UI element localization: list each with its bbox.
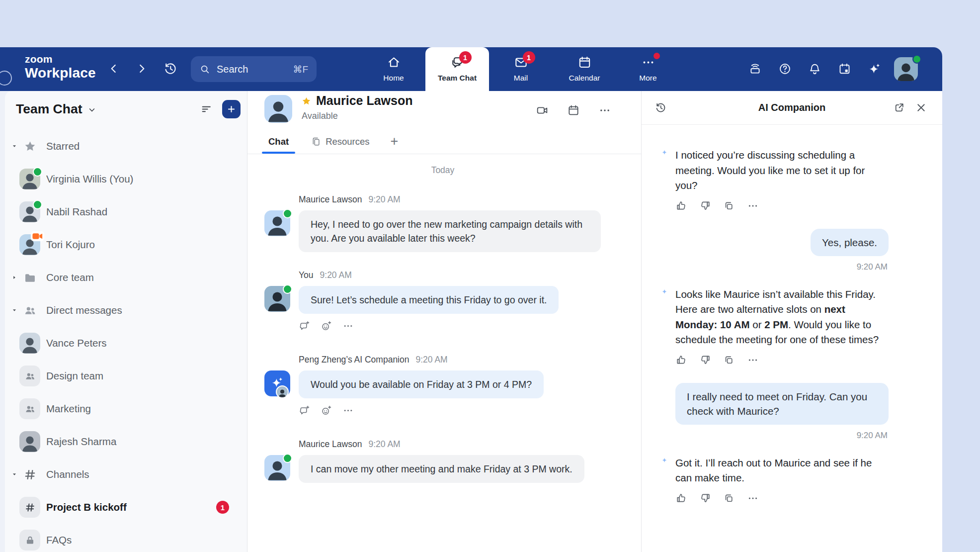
- message-time: 9:20 AM: [415, 355, 447, 365]
- ai-message: I noticed you’re discussing scheduling a…: [642, 148, 942, 193]
- star-icon: [23, 140, 37, 153]
- add-tab-button[interactable]: +: [391, 135, 399, 148]
- sidebar-item-vance-peters[interactable]: Vance Peters: [5, 327, 247, 360]
- notifications-icon[interactable]: [808, 62, 821, 76]
- copy-icon: [723, 492, 735, 504]
- sidebar-item-starred[interactable]: Starred: [5, 130, 247, 163]
- filter-icon[interactable]: [200, 103, 213, 115]
- hash-icon: [19, 464, 40, 485]
- tab-chat[interactable]: Chat: [266, 129, 291, 154]
- more-icon[interactable]: [747, 354, 759, 366]
- chat-message: You9:20 AM Sure! Let’s schedule a meetin…: [264, 270, 621, 332]
- caret-down-icon[interactable]: [11, 307, 18, 314]
- people-icon: [24, 403, 36, 415]
- unread-badge: 1: [523, 51, 535, 64]
- caret-down-icon[interactable]: [11, 143, 18, 150]
- forward-icon[interactable]: [135, 62, 148, 75]
- more-icon[interactable]: [342, 320, 354, 332]
- star-icon[interactable]: [301, 96, 312, 106]
- ai-sparkle-icon[interactable]: [868, 62, 881, 76]
- thumbs-up-icon[interactable]: [675, 200, 687, 212]
- comment-icon[interactable]: [299, 405, 310, 416]
- more-icon[interactable]: [747, 492, 759, 504]
- emoji-icon[interactable]: [321, 320, 332, 332]
- logo-line-2: Workplace: [25, 66, 96, 80]
- search-icon: [199, 64, 210, 75]
- sidebar-item-direct-messages[interactable]: Direct messages: [5, 294, 247, 327]
- ai-message-text: I noticed you’re discussing scheduling a…: [675, 148, 889, 193]
- more-icon[interactable]: [598, 104, 611, 117]
- copy-icon[interactable]: [723, 492, 735, 504]
- chat-message: Maurice Lawson9:20 AM Hey, I need to go …: [264, 194, 621, 252]
- ai-user-message: Yes, please.: [642, 229, 942, 256]
- thumbs-down-icon[interactable]: [699, 354, 711, 366]
- avatar: [19, 201, 40, 222]
- emoji-icon: [321, 405, 332, 416]
- nav-tab-label: More: [639, 74, 656, 83]
- more-icon: [342, 405, 354, 416]
- tab-label: Resources: [326, 136, 369, 147]
- chat-message: Maurice Lawson9:20 AM I can move my othe…: [264, 439, 621, 483]
- calendar-icon[interactable]: [567, 104, 580, 117]
- sidebar-item-faqs[interactable]: FAQs: [5, 524, 247, 552]
- sidebar-item-label: Nabil Rashad: [46, 206, 107, 218]
- thumbs-down-icon: [699, 200, 711, 212]
- search-placeholder: Search: [217, 64, 293, 75]
- left-gap: [0, 91, 5, 552]
- presence-online-indicator: [283, 454, 292, 463]
- message-time: 9:20 AM: [642, 431, 942, 441]
- ai-companion-avatar: [264, 370, 290, 396]
- notifications-icon: [808, 62, 821, 76]
- sidebar-item-core-team[interactable]: Core team: [5, 261, 247, 294]
- nav-tab-calendar[interactable]: Calendar: [553, 47, 616, 91]
- schedule-icon[interactable]: [838, 62, 851, 76]
- sidebar-item-tori-kojuro[interactable]: Tori Kojuro: [5, 228, 247, 261]
- nav-tab-mail[interactable]: 1 Mail: [489, 47, 553, 91]
- sidebar-item-design-team[interactable]: Design team: [5, 360, 247, 392]
- star-icon: [19, 136, 40, 157]
- tab-resources[interactable]: Resources: [309, 129, 371, 154]
- more-icon: [342, 320, 354, 332]
- open-in-new-icon[interactable]: [893, 101, 905, 114]
- sidebar-item-rajesh-sharma[interactable]: Rajesh Sharma: [5, 425, 247, 458]
- nav-tab-home[interactable]: Home: [362, 47, 425, 91]
- nav-tab-more[interactable]: More: [616, 47, 680, 91]
- sidebar-item-channels[interactable]: Channels: [5, 458, 247, 491]
- thumbs-up-icon[interactable]: [675, 354, 687, 366]
- logo-line-1: zoom: [25, 54, 96, 64]
- help-icon[interactable]: [778, 62, 792, 76]
- caret-right-icon[interactable]: [11, 274, 18, 281]
- nav-tab-team-chat[interactable]: 1 Team Chat: [425, 47, 489, 91]
- chevron-down-icon[interactable]: [87, 105, 97, 115]
- comment-icon[interactable]: [299, 320, 310, 332]
- video-icon[interactable]: [536, 104, 549, 117]
- video-icon: [536, 104, 549, 117]
- copy-icon[interactable]: [723, 200, 735, 212]
- thumbs-down-icon: [699, 492, 711, 504]
- thumbs-down-icon[interactable]: [699, 200, 711, 212]
- sidebar-list: Starred Virginia Willis (You) Nabil Rash…: [5, 127, 247, 552]
- history-icon[interactable]: [163, 61, 178, 76]
- more-icon[interactable]: [747, 200, 759, 212]
- sidebar-item-virginia-willis-you[interactable]: Virginia Willis (You): [5, 163, 247, 195]
- add-chat-button[interactable]: [222, 100, 241, 118]
- sidebar-header: Team Chat: [5, 91, 247, 127]
- emoji-icon[interactable]: [321, 405, 332, 416]
- connect-device-icon[interactable]: [748, 62, 762, 76]
- copy-icon[interactable]: [723, 354, 735, 366]
- sidebar-item-nabil-rashad[interactable]: Nabil Rashad: [5, 195, 247, 228]
- close-icon[interactable]: [915, 101, 927, 114]
- more-icon[interactable]: [342, 405, 354, 416]
- search-shortcut: ⌘F: [293, 64, 308, 75]
- sidebar-item-marketing[interactable]: Marketing: [5, 392, 247, 425]
- caret-down-icon[interactable]: [11, 471, 18, 478]
- thumbs-down-icon: [699, 354, 711, 366]
- thumbs-up-icon[interactable]: [675, 492, 687, 504]
- ai-message-text: Got it. I’ll reach out to Maurice and se…: [675, 456, 889, 486]
- avatar: [264, 210, 290, 236]
- sidebar-item-project-b-kickoff[interactable]: Project B kickoff 1: [5, 491, 247, 524]
- thumbs-down-icon[interactable]: [699, 492, 711, 504]
- ai-response-actions: [675, 354, 942, 366]
- back-icon[interactable]: [107, 62, 120, 75]
- search-input[interactable]: Search ⌘F: [191, 56, 317, 82]
